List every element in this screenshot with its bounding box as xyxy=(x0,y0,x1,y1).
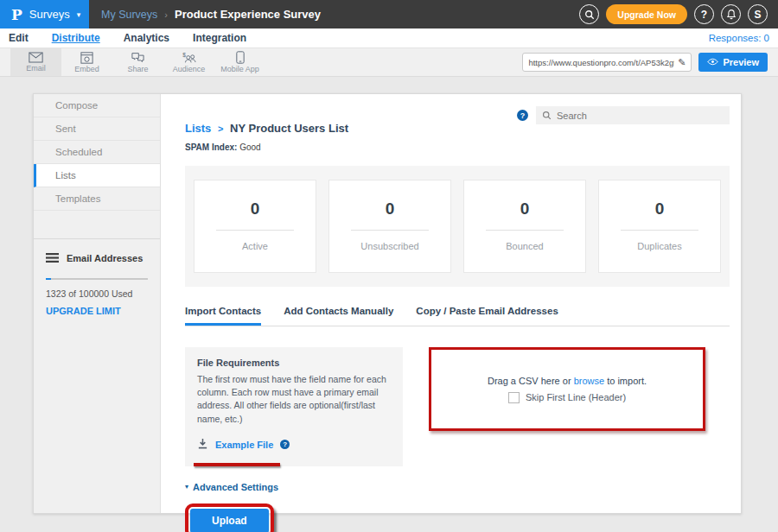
file-requirements-box: File Requirements The first row must hav… xyxy=(185,347,403,466)
list-name: NY Product Users List xyxy=(230,122,348,135)
tab-copy-paste-email-addresses[interactable]: Copy / Paste Email Addresses xyxy=(416,306,558,326)
toolbar-label: Audience xyxy=(173,65,206,73)
toolbar-label: Email xyxy=(26,64,46,73)
toolbar-item-share[interactable]: Share xyxy=(112,48,163,76)
stat-card-duplicates: 0 Duplicates xyxy=(598,180,721,273)
chevron-down-icon: ▾ xyxy=(185,483,188,491)
toolbar-item-email[interactable]: Email xyxy=(10,48,61,76)
annotation-red-underline xyxy=(194,463,280,466)
toolbar-label: Embed xyxy=(74,65,99,73)
spam-index-value: Good xyxy=(239,142,260,152)
questionpro-logo: P xyxy=(11,6,22,23)
tab-add-contacts-manually[interactable]: Add Contacts Manually xyxy=(284,306,393,326)
dropzone-text: Drag a CSV here or browse to import. xyxy=(488,376,647,386)
email-icon xyxy=(29,52,43,63)
topbar: P Surveys ▾ My Surveys › Product Experie… xyxy=(0,0,778,28)
stat-value: 0 xyxy=(329,200,450,218)
annotation-red-box: Upload xyxy=(185,504,274,532)
upgrade-now-button[interactable]: Upgrade Now xyxy=(606,4,687,24)
my-surveys-link[interactable]: My Surveys xyxy=(101,9,157,21)
stat-card-active: 0 Active xyxy=(194,180,316,273)
help-icon[interactable]: ? xyxy=(694,4,714,24)
stat-value: 0 xyxy=(599,200,720,218)
sidebar-spacer xyxy=(34,211,160,238)
breadcrumb: My Surveys › Product Experience Survey xyxy=(101,0,321,28)
upload-button[interactable]: Upload xyxy=(190,509,269,532)
sidebar-item-sent[interactable]: Sent xyxy=(34,117,160,141)
example-file-label: Example File xyxy=(215,440,273,450)
stat-card-unsubscribed: 0 Unsubscribed xyxy=(328,180,451,273)
download-icon xyxy=(197,437,208,453)
toolbar-item-embed[interactable]: Embed xyxy=(61,48,112,76)
tab-integration[interactable]: Integration xyxy=(193,32,246,44)
file-requirements-title: File Requirements xyxy=(197,358,391,368)
preview-button[interactable]: Preview xyxy=(698,53,768,72)
stat-card-bounced: 0 Bounced xyxy=(463,180,586,273)
survey-url-box: ✎ xyxy=(522,53,692,72)
sidebar-item-lists[interactable]: Lists xyxy=(34,164,160,187)
stat-label: Bounced xyxy=(464,241,585,251)
advanced-settings-label: Advanced Settings xyxy=(193,482,278,492)
list-lines-icon xyxy=(46,250,59,266)
help-icon[interactable]: ? xyxy=(517,110,528,121)
stat-label: Active xyxy=(194,241,316,251)
surveys-menu-label: Surveys xyxy=(29,8,70,21)
upgrade-limit-link[interactable]: UPGRADE LIMIT xyxy=(46,306,148,316)
toolbar-label: Mobile App xyxy=(220,65,259,73)
spam-index: SPAM Index: Good xyxy=(185,142,348,152)
tab-analytics[interactable]: Analytics xyxy=(124,32,169,44)
toolbar-label: Share xyxy=(127,65,148,73)
responses-count[interactable]: Responses: 0 xyxy=(709,33,769,43)
preview-label: Preview xyxy=(723,57,759,67)
toolbar-right: ✎ Preview xyxy=(522,48,778,76)
example-file-link[interactable]: Example File ? xyxy=(197,437,391,453)
lists-panel: Compose Sent Scheduled Lists Templates E… xyxy=(33,93,742,514)
search-icon[interactable] xyxy=(579,4,599,24)
distribute-toolbar: Email Embed Share $ Audience Mobile App … xyxy=(0,48,778,77)
stat-label: Unsubscribed xyxy=(329,241,450,251)
contact-tabs: Import Contacts Add Contacts Manually Co… xyxy=(185,306,730,326)
skip-first-line-checkbox[interactable] xyxy=(508,392,520,403)
sidebar-item-scheduled[interactable]: Scheduled xyxy=(34,141,160,164)
tab-edit[interactable]: Edit xyxy=(9,32,29,44)
tab-distribute[interactable]: Distribute xyxy=(52,32,100,44)
toolbar-item-mobile-app[interactable]: Mobile App xyxy=(214,48,265,76)
embed-icon xyxy=(80,52,93,64)
lists-breadcrumb-link[interactable]: Lists xyxy=(185,122,211,135)
breadcrumb-separator: › xyxy=(164,10,168,20)
skip-first-line-label: Skip First Line (Header) xyxy=(526,392,626,402)
mobile-app-icon xyxy=(236,51,245,64)
eye-icon xyxy=(707,57,718,67)
stat-value: 0 xyxy=(464,200,585,218)
file-requirements-text: The first row must have the field name f… xyxy=(197,373,391,426)
surveys-menu[interactable]: P Surveys ▾ xyxy=(0,0,89,28)
browse-link[interactable]: browse xyxy=(574,376,604,386)
user-avatar[interactable]: S xyxy=(748,4,768,24)
survey-url-input[interactable] xyxy=(528,58,674,67)
search-icon xyxy=(542,108,552,124)
edit-url-pencil-icon[interactable]: ✎ xyxy=(678,57,686,68)
email-addresses-section: Email Addresses 1323 of 100000 Used UPGR… xyxy=(34,238,160,316)
contact-stats: 0 Active 0 Unsubscribed 0 Bounced 0 Dupl… xyxy=(185,166,730,287)
svg-text:$: $ xyxy=(182,52,186,58)
email-quota-progressbar xyxy=(46,278,148,280)
tab-import-contacts[interactable]: Import Contacts xyxy=(185,306,261,326)
list-breadcrumb: Lists > NY Product Users List xyxy=(185,122,348,135)
sidebar-item-compose[interactable]: Compose xyxy=(34,94,160,117)
stat-value: 0 xyxy=(194,200,316,218)
help-icon[interactable]: ? xyxy=(280,440,290,449)
email-addresses-title: Email Addresses xyxy=(67,253,143,263)
toolbar-item-audience[interactable]: $ Audience xyxy=(163,48,214,76)
notifications-bell-icon[interactable] xyxy=(721,4,741,24)
email-sidebar: Compose Sent Scheduled Lists Templates E… xyxy=(34,94,161,513)
survey-title: Product Experience Survey xyxy=(175,8,321,21)
survey-nav: Edit Distribute Analytics Integration Re… xyxy=(0,28,778,48)
sidebar-item-templates[interactable]: Templates xyxy=(34,187,160,211)
chevron-down-icon: ▾ xyxy=(77,10,81,19)
list-content: Lists > NY Product Users List SPAM Index… xyxy=(161,94,741,513)
advanced-settings-toggle[interactable]: ▾ Advanced Settings xyxy=(185,482,730,492)
csv-dropzone[interactable]: Drag a CSV here or browse to import. Ski… xyxy=(429,347,705,431)
stat-label: Duplicates xyxy=(599,241,720,251)
search-input[interactable] xyxy=(557,111,724,121)
breadcrumb-separator: > xyxy=(218,124,223,134)
